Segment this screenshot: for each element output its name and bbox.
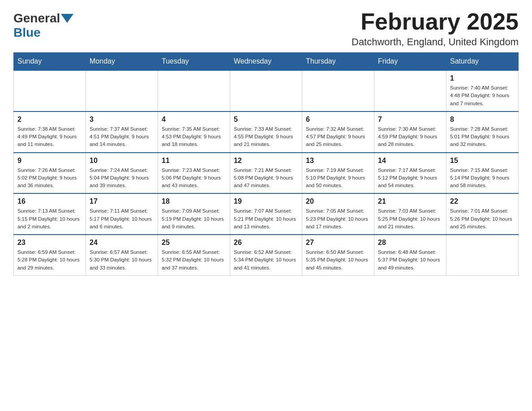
- day-number: 21: [378, 197, 442, 206]
- logo-arrow-icon: [61, 14, 73, 23]
- day-number: 14: [378, 157, 442, 165]
- day-number: 1: [450, 74, 515, 82]
- calendar-cell: 2Sunrise: 7:38 AM Sunset: 4:49 PM Daylig…: [14, 111, 86, 153]
- day-info: Sunrise: 7:07 AM Sunset: 5:21 PM Dayligh…: [234, 207, 298, 231]
- day-number: 9: [17, 157, 82, 165]
- calendar-cell: [14, 70, 86, 111]
- calendar-cell: 8Sunrise: 7:28 AM Sunset: 5:01 PM Daylig…: [446, 111, 519, 153]
- calendar-week-1: 1Sunrise: 7:40 AM Sunset: 4:48 PM Daylig…: [14, 70, 519, 111]
- calendar-cell: [446, 235, 519, 275]
- header-monday: Monday: [86, 53, 158, 71]
- header-friday: Friday: [374, 53, 446, 71]
- header-saturday: Saturday: [446, 53, 519, 71]
- day-number: 6: [306, 116, 370, 124]
- day-info: Sunrise: 6:48 AM Sunset: 5:37 PM Dayligh…: [378, 248, 442, 272]
- day-info: Sunrise: 7:05 AM Sunset: 5:23 PM Dayligh…: [306, 207, 370, 231]
- calendar-cell: 22Sunrise: 7:01 AM Sunset: 5:26 PM Dayli…: [446, 193, 519, 235]
- day-info: Sunrise: 7:21 AM Sunset: 5:08 PM Dayligh…: [234, 167, 298, 190]
- calendar-cell: 20Sunrise: 7:05 AM Sunset: 5:23 PM Dayli…: [302, 193, 374, 235]
- calendar-title: February 2025: [352, 9, 519, 34]
- day-info: Sunrise: 7:40 AM Sunset: 4:48 PM Dayligh…: [450, 84, 515, 107]
- calendar-cell: 24Sunrise: 6:57 AM Sunset: 5:30 PM Dayli…: [86, 235, 158, 275]
- logo-general-text: General: [13, 11, 60, 26]
- day-info: Sunrise: 7:23 AM Sunset: 5:06 PM Dayligh…: [162, 167, 226, 190]
- calendar-cell: 18Sunrise: 7:09 AM Sunset: 5:19 PM Dayli…: [158, 193, 230, 235]
- day-number: 19: [234, 197, 298, 206]
- calendar-cell: [86, 70, 158, 111]
- day-number: 27: [306, 239, 370, 247]
- day-info: Sunrise: 6:57 AM Sunset: 5:30 PM Dayligh…: [90, 248, 154, 272]
- calendar-cell: 14Sunrise: 7:17 AM Sunset: 5:12 PM Dayli…: [374, 153, 446, 194]
- day-info: Sunrise: 7:33 AM Sunset: 4:55 PM Dayligh…: [234, 125, 298, 149]
- day-number: 8: [450, 116, 515, 124]
- calendar-cell: 5Sunrise: 7:33 AM Sunset: 4:55 PM Daylig…: [230, 111, 302, 153]
- day-number: 10: [90, 157, 154, 165]
- calendar-cell: 10Sunrise: 7:24 AM Sunset: 5:04 PM Dayli…: [86, 153, 158, 194]
- day-info: Sunrise: 7:32 AM Sunset: 4:57 PM Dayligh…: [306, 125, 370, 149]
- calendar-cell: 13Sunrise: 7:19 AM Sunset: 5:10 PM Dayli…: [302, 153, 374, 194]
- day-number: 25: [162, 239, 226, 247]
- day-number: 20: [306, 197, 370, 206]
- calendar-cell: [158, 70, 230, 111]
- header-wednesday: Wednesday: [230, 53, 302, 71]
- calendar-cell: 11Sunrise: 7:23 AM Sunset: 5:06 PM Dayli…: [158, 153, 230, 194]
- day-number: 12: [234, 157, 298, 165]
- day-info: Sunrise: 6:52 AM Sunset: 5:34 PM Dayligh…: [234, 248, 298, 272]
- day-info: Sunrise: 7:01 AM Sunset: 5:26 PM Dayligh…: [450, 207, 515, 231]
- calendar-cell: 28Sunrise: 6:48 AM Sunset: 5:37 PM Dayli…: [374, 235, 446, 275]
- day-number: 23: [17, 239, 82, 247]
- day-number: 7: [378, 116, 442, 124]
- calendar-cell: 4Sunrise: 7:35 AM Sunset: 4:53 PM Daylig…: [158, 111, 230, 153]
- day-number: 2: [17, 116, 82, 124]
- header-sunday: Sunday: [14, 53, 86, 71]
- day-number: 17: [90, 197, 154, 206]
- day-info: Sunrise: 7:30 AM Sunset: 4:59 PM Dayligh…: [378, 125, 442, 149]
- calendar-week-4: 16Sunrise: 7:13 AM Sunset: 5:15 PM Dayli…: [14, 193, 519, 235]
- day-info: Sunrise: 7:28 AM Sunset: 5:01 PM Dayligh…: [450, 125, 515, 149]
- calendar-cell: [374, 70, 446, 111]
- title-section: February 2025 Datchworth, England, Unite…: [352, 9, 519, 48]
- day-number: 13: [306, 157, 370, 165]
- day-info: Sunrise: 7:17 AM Sunset: 5:12 PM Dayligh…: [378, 167, 442, 190]
- calendar-cell: 3Sunrise: 7:37 AM Sunset: 4:51 PM Daylig…: [86, 111, 158, 153]
- header-thursday: Thursday: [302, 53, 374, 71]
- calendar-cell: 16Sunrise: 7:13 AM Sunset: 5:15 PM Dayli…: [14, 193, 86, 235]
- day-number: 3: [90, 116, 154, 124]
- calendar-week-3: 9Sunrise: 7:26 AM Sunset: 5:02 PM Daylig…: [14, 153, 519, 194]
- day-info: Sunrise: 6:50 AM Sunset: 5:35 PM Dayligh…: [306, 248, 370, 272]
- calendar-cell: 23Sunrise: 6:59 AM Sunset: 5:28 PM Dayli…: [14, 235, 86, 275]
- day-number: 11: [162, 157, 226, 165]
- day-number: 5: [234, 116, 298, 124]
- day-info: Sunrise: 7:35 AM Sunset: 4:53 PM Dayligh…: [162, 125, 226, 149]
- calendar-cell: 9Sunrise: 7:26 AM Sunset: 5:02 PM Daylig…: [14, 153, 86, 194]
- calendar-cell: 25Sunrise: 6:55 AM Sunset: 5:32 PM Dayli…: [158, 235, 230, 275]
- calendar-table: Sunday Monday Tuesday Wednesday Thursday…: [13, 52, 519, 276]
- calendar-cell: [230, 70, 302, 111]
- day-info: Sunrise: 7:11 AM Sunset: 5:17 PM Dayligh…: [90, 207, 154, 231]
- day-number: 24: [90, 239, 154, 247]
- day-info: Sunrise: 7:19 AM Sunset: 5:10 PM Dayligh…: [306, 167, 370, 190]
- calendar-cell: 26Sunrise: 6:52 AM Sunset: 5:34 PM Dayli…: [230, 235, 302, 275]
- calendar-cell: 27Sunrise: 6:50 AM Sunset: 5:35 PM Dayli…: [302, 235, 374, 275]
- logo-blue-text: Blue: [13, 26, 41, 39]
- day-info: Sunrise: 7:03 AM Sunset: 5:25 PM Dayligh…: [378, 207, 442, 231]
- day-number: 15: [450, 157, 515, 165]
- day-number: 22: [450, 197, 515, 206]
- calendar-cell: [302, 70, 374, 111]
- calendar-week-5: 23Sunrise: 6:59 AM Sunset: 5:28 PM Dayli…: [14, 235, 519, 275]
- day-number: 28: [378, 239, 442, 247]
- day-info: Sunrise: 7:38 AM Sunset: 4:49 PM Dayligh…: [17, 125, 82, 149]
- calendar-week-2: 2Sunrise: 7:38 AM Sunset: 4:49 PM Daylig…: [14, 111, 519, 153]
- day-number: 26: [234, 239, 298, 247]
- day-info: Sunrise: 7:24 AM Sunset: 5:04 PM Dayligh…: [90, 167, 154, 190]
- day-info: Sunrise: 7:26 AM Sunset: 5:02 PM Dayligh…: [17, 167, 82, 190]
- day-number: 4: [162, 116, 226, 124]
- calendar-cell: 12Sunrise: 7:21 AM Sunset: 5:08 PM Dayli…: [230, 153, 302, 194]
- calendar-cell: 1Sunrise: 7:40 AM Sunset: 4:48 PM Daylig…: [446, 70, 519, 111]
- calendar-cell: 17Sunrise: 7:11 AM Sunset: 5:17 PM Dayli…: [86, 193, 158, 235]
- header-tuesday: Tuesday: [158, 53, 230, 71]
- calendar-cell: 19Sunrise: 7:07 AM Sunset: 5:21 PM Dayli…: [230, 193, 302, 235]
- page-header: General Blue February 2025 Datchworth, E…: [13, 9, 519, 48]
- day-number: 16: [17, 197, 82, 206]
- calendar-header-row: Sunday Monday Tuesday Wednesday Thursday…: [14, 53, 519, 71]
